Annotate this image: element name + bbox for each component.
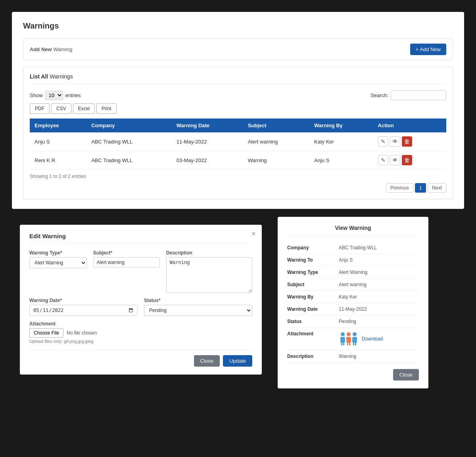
export-excel-button[interactable]: Excel [73, 103, 95, 114]
export-csv-button[interactable]: CSV [51, 103, 71, 114]
form-row-1: Warning Type* Alert Warning Warning Seve… [29, 250, 252, 293]
add-new-bar: Add New Warning + Add New [23, 38, 453, 60]
add-new-button[interactable]: + Add New [410, 44, 446, 55]
view-label-attachment: Attachment [287, 331, 339, 337]
cell-employee: Anju S [30, 132, 86, 151]
list-all-title: List All Warnings [30, 73, 446, 84]
warning-date-input[interactable] [29, 305, 138, 316]
show-entries-control: Show 10 25 50 entries [30, 91, 81, 100]
choose-file-button[interactable]: Choose File [29, 328, 63, 338]
subject-input[interactable] [93, 257, 160, 268]
list-all-section: List All Warnings Show 10 25 50 entries … [23, 67, 453, 199]
pagination: Previous 1 Next [30, 183, 446, 193]
edit-modal-background: Edit Warning × Warning Type* Alert Warni… [12, 217, 270, 382]
svg-rect-7 [349, 343, 350, 346]
status-label: Status* [144, 298, 252, 303]
cell-company: ABC Trading WLL [86, 132, 172, 151]
svg-point-8 [353, 332, 357, 336]
view-value: Warning [339, 354, 419, 359]
cell-employee: Reni K R [30, 151, 86, 170]
upload-hint: Upload files only: gif,png,jpg,jpeg [29, 339, 252, 344]
status-group: Status* Pending Resolved Dismissed [144, 298, 252, 316]
warning-type-label: Warning Type* [29, 250, 87, 256]
view-value: Pending [339, 319, 419, 324]
export-print-button[interactable]: Print [96, 103, 117, 114]
description-label: Description [166, 250, 252, 256]
view-action-button[interactable]: 👁 [390, 155, 400, 165]
edit-modal-close-x[interactable]: × [252, 230, 255, 237]
view-value: Anju S [339, 257, 419, 263]
download-link[interactable]: Download [362, 336, 383, 342]
edit-action-button[interactable]: ✎ [378, 136, 388, 147]
edit-modal-title: Edit Warning [29, 233, 252, 244]
view-row: Warning To Anju S [287, 254, 419, 266]
description-textarea[interactable]: Warning [166, 257, 252, 293]
delete-action-button[interactable]: 🗑 [402, 136, 412, 147]
form-row-2: Warning Date* Status* Pending Resolved D… [29, 298, 252, 316]
view-close-button[interactable]: Close [393, 369, 419, 381]
bottom-section: Edit Warning × Warning Type* Alert Warni… [8, 213, 468, 392]
cell-action: ✎ 👁 🗑 [373, 151, 446, 170]
view-value: ABC Trading WLL [339, 245, 419, 250]
view-row: Warning Date 11-May-2022 [287, 303, 419, 316]
view-rows-container: Company ABC Trading WLL Warning To Anju … [287, 242, 419, 363]
view-label: Description [287, 354, 339, 359]
view-value: Alert Warning [339, 270, 419, 275]
col-warning-date: Warning Date [172, 119, 243, 132]
col-company: Company [86, 119, 172, 132]
warning-date-label: Warning Date* [29, 298, 138, 303]
attachment-preview: Download [339, 331, 419, 347]
svg-rect-2 [341, 343, 342, 346]
cell-warning-by: Anju S [309, 151, 373, 170]
search-row: Search: [370, 90, 446, 100]
view-label: Company [287, 245, 339, 250]
export-buttons: PDF CSV Excel Print [30, 103, 446, 114]
view-value-attachment: Download [339, 331, 419, 347]
view-row: Description Warning [287, 350, 419, 363]
no-file-chosen-text: No file chosen [67, 330, 97, 336]
prev-page-button[interactable]: Previous [386, 183, 413, 193]
view-action-button[interactable]: 👁 [390, 136, 400, 147]
table-header: Employee Company Warning Date Subject Wa… [30, 119, 446, 132]
svg-rect-10 [353, 343, 354, 346]
table-row: Anju S ABC Trading WLL 11-May-2022 Alert… [30, 132, 446, 151]
warning-type-select[interactable]: Alert Warning Warning Severe Warning [29, 257, 87, 268]
view-row: Attachment [287, 328, 419, 350]
view-value: 11-May-2022 [339, 306, 419, 312]
view-value: Alert warning [339, 282, 419, 287]
entries-select[interactable]: 10 25 50 [45, 91, 63, 100]
view-label: Warning To [287, 257, 339, 263]
main-warnings-panel: Warnings Add New Warning + Add New List … [12, 12, 464, 209]
edit-warning-modal: Edit Warning × Warning Type* Alert Warni… [20, 225, 262, 375]
file-upload-row: Choose File No file chosen [29, 328, 252, 338]
cell-subject: Alert warning [243, 132, 309, 151]
warning-date-group: Warning Date* [29, 298, 138, 316]
view-label: Warning By [287, 294, 339, 300]
cell-warning-date: 03-May-2022 [172, 151, 243, 170]
col-employee: Employee [30, 119, 86, 132]
attachment-label: Attachment [29, 321, 56, 327]
page-title: Warnings [23, 21, 453, 31]
current-page-button[interactable]: 1 [415, 183, 426, 193]
view-row: Warning By Katy Ker [287, 291, 419, 303]
status-select[interactable]: Pending Resolved Dismissed [144, 305, 252, 316]
edit-modal-footer: Close Update [29, 350, 252, 367]
attachment-section: Attachment Choose File No file chosen Up… [29, 321, 252, 344]
next-page-button[interactable]: Next [428, 183, 446, 193]
edit-update-button[interactable]: Update [223, 355, 252, 367]
export-pdf-button[interactable]: PDF [30, 103, 50, 114]
edit-action-button[interactable]: ✎ [378, 155, 388, 165]
showing-entries: Showing 1 to 2 of 2 entries [30, 174, 446, 179]
cell-warning-date: 11-May-2022 [172, 132, 243, 151]
warning-type-group: Warning Type* Alert Warning Warning Seve… [29, 250, 87, 293]
description-group: Description Warning [166, 250, 252, 293]
subject-group: Subject* [93, 250, 160, 293]
search-input[interactable] [391, 90, 446, 100]
view-label: Subject [287, 282, 339, 287]
col-subject: Subject [243, 119, 309, 132]
edit-close-button[interactable]: Close [194, 355, 220, 367]
delete-action-button[interactable]: 🗑 [402, 155, 412, 165]
attachment-people-icon [339, 331, 359, 347]
view-row: Status Pending [287, 316, 419, 328]
view-label: Warning Type [287, 270, 339, 275]
